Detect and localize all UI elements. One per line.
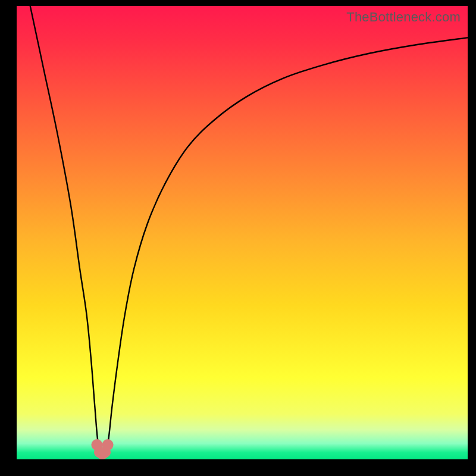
gradient-background xyxy=(17,6,468,459)
chart-frame: TheBottleneck.com xyxy=(0,0,476,476)
bottleneck-chart xyxy=(17,6,468,459)
plot-area: TheBottleneck.com xyxy=(17,6,468,459)
optimum-marker xyxy=(102,439,114,450)
